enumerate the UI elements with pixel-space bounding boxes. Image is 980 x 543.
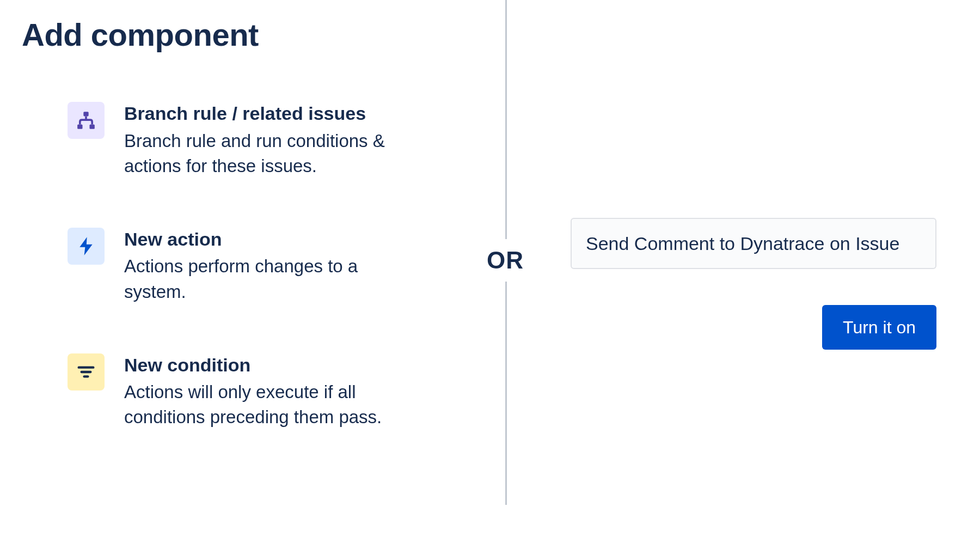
component-condition-title: New condition [124,353,407,377]
component-list: Branch rule / related issues Branch rule… [22,102,479,430]
svg-rect-2 [90,125,95,129]
component-action-title: New action [124,228,407,251]
branch-icon [68,102,105,139]
right-pane: Turn it on [501,0,980,543]
component-condition-text: New condition Actions will only execute … [124,353,407,430]
add-component-container: Add component Branch rule / related issu… [0,0,980,543]
component-new-action[interactable]: New action Actions perform changes to a … [68,228,479,304]
component-branch-rule[interactable]: Branch rule / related issues Branch rule… [68,102,479,179]
svg-rect-1 [77,125,82,129]
component-branch-desc: Branch rule and run conditions & actions… [124,129,407,179]
turn-it-on-button[interactable]: Turn it on [822,305,936,350]
left-pane: Add component Branch rule / related issu… [0,0,501,543]
page-title: Add component [22,16,479,53]
rule-name-input[interactable] [571,218,936,269]
component-action-desc: Actions perform changes to a system. [124,254,407,304]
component-action-text: New action Actions perform changes to a … [124,228,407,304]
component-branch-text: Branch rule / related issues Branch rule… [124,102,407,179]
svg-rect-0 [83,112,88,116]
lightning-icon [68,228,105,265]
component-condition-desc: Actions will only execute if all conditi… [124,380,407,430]
filter-icon [68,353,105,391]
component-branch-title: Branch rule / related issues [124,102,407,125]
component-new-condition[interactable]: New condition Actions will only execute … [68,353,479,430]
